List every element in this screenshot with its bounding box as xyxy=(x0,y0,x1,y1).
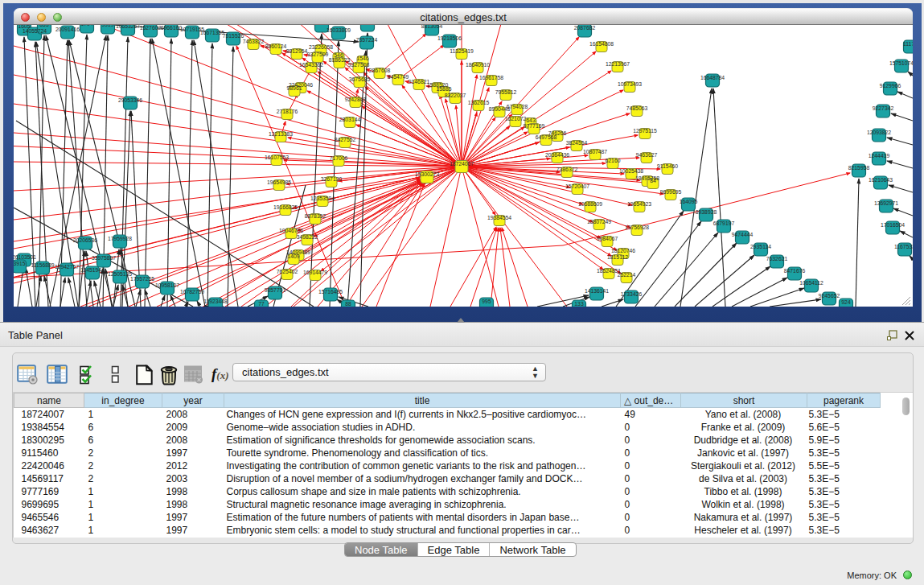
svg-text:6879197: 6879197 xyxy=(713,220,735,226)
svg-text:9699695: 9699695 xyxy=(660,189,682,195)
svg-text:1733426: 1733426 xyxy=(621,291,643,297)
svg-text:133: 133 xyxy=(574,301,584,307)
svg-text:8186323: 8186323 xyxy=(329,57,351,63)
svg-text:17957255: 17957255 xyxy=(130,276,154,282)
svg-text:10807487: 10807487 xyxy=(583,149,607,154)
svg-text:9245652: 9245652 xyxy=(819,293,840,299)
svg-text:9474444: 9474444 xyxy=(732,232,754,237)
svg-text:12975115: 12975115 xyxy=(633,128,657,134)
svg-text:7625402: 7625402 xyxy=(277,269,298,274)
svg-text:995: 995 xyxy=(482,299,491,304)
svg-text:19166825: 19166825 xyxy=(273,204,298,210)
svg-text:3915: 3915 xyxy=(14,261,26,266)
svg-text:12093822: 12093822 xyxy=(867,130,891,135)
svg-text:16543362: 16543362 xyxy=(299,62,323,68)
svg-text:252214: 252214 xyxy=(618,272,636,278)
svg-text:8938928: 8938928 xyxy=(696,209,717,215)
svg-text:11325419: 11325419 xyxy=(450,48,474,54)
svg-text:10025438: 10025438 xyxy=(619,168,643,174)
svg-text:12353594: 12353594 xyxy=(310,196,335,201)
svg-text:9857791: 9857791 xyxy=(265,287,286,293)
svg-text:1291: 1291 xyxy=(315,25,327,26)
svg-text:15751074: 15751074 xyxy=(889,60,913,66)
svg-text:9327509: 9327509 xyxy=(307,51,329,57)
svg-text:16671355: 16671355 xyxy=(200,30,224,35)
svg-text:15885: 15885 xyxy=(437,86,452,92)
svg-text:2803144: 2803144 xyxy=(339,117,361,122)
svg-text:13692971: 13692971 xyxy=(874,200,898,206)
svg-text:9777169: 9777169 xyxy=(524,123,545,129)
svg-text:12213967: 12213967 xyxy=(606,61,630,67)
svg-text:15300273: 15300273 xyxy=(415,171,439,177)
svg-text:1546: 1546 xyxy=(356,56,368,61)
svg-text:9919: 9919 xyxy=(101,25,113,27)
svg-text:18724007: 18724007 xyxy=(450,161,474,167)
svg-text:1409: 1409 xyxy=(287,253,299,259)
svg-text:16648784: 16648784 xyxy=(700,75,725,80)
svg-text:17016504: 17016504 xyxy=(881,222,905,228)
svg-text:8322037: 8322037 xyxy=(445,93,466,98)
svg-text:16154808: 16154808 xyxy=(589,41,614,47)
svg-text:19756928: 19756928 xyxy=(625,225,649,230)
svg-text:98961: 98961 xyxy=(287,85,302,91)
svg-text:19218506: 19218506 xyxy=(437,35,462,41)
svg-text:84: 84 xyxy=(650,178,656,183)
svg-text:9463627: 9463627 xyxy=(636,152,658,158)
svg-text:2867608: 2867608 xyxy=(369,68,391,73)
svg-text:8878352: 8878352 xyxy=(305,213,326,219)
svg-text:855: 855 xyxy=(39,25,49,27)
svg-text:1167533: 1167533 xyxy=(894,244,913,249)
svg-text:8813054: 8813054 xyxy=(421,25,443,29)
svg-text:62160: 62160 xyxy=(606,158,621,163)
svg-text:19654923: 19654923 xyxy=(627,201,651,207)
svg-text:16107553: 16107553 xyxy=(265,154,289,160)
svg-text:20364436: 20364436 xyxy=(545,152,569,158)
svg-text:17959928: 17959928 xyxy=(108,236,132,241)
svg-text:14055724: 14055724 xyxy=(23,28,47,34)
svg-text:924: 924 xyxy=(841,299,851,305)
svg-text:11923448: 11923448 xyxy=(203,299,228,304)
svg-text:1362615: 1362615 xyxy=(468,100,490,105)
svg-text:11171: 11171 xyxy=(903,41,913,47)
svg-text:20206536: 20206536 xyxy=(73,237,97,243)
svg-text:19654985: 19654985 xyxy=(267,179,291,185)
svg-text:9084067: 9084067 xyxy=(597,236,618,241)
svg-text:164095: 164095 xyxy=(680,199,698,204)
svg-text:1704: 1704 xyxy=(80,25,92,27)
svg-text:7955812: 7955812 xyxy=(495,89,517,95)
svg-text:7485063: 7485063 xyxy=(626,105,648,111)
svg-text:8912954: 8912954 xyxy=(286,48,308,54)
svg-text:15720407: 15720407 xyxy=(565,183,589,189)
svg-text:10958107: 10958107 xyxy=(155,282,179,288)
svg-text:16033809: 16033809 xyxy=(326,27,351,33)
svg-text:6966160: 6966160 xyxy=(161,25,183,31)
svg-text:12505135: 12505135 xyxy=(108,271,132,277)
svg-text:10654112: 10654112 xyxy=(799,280,823,286)
svg-text:8471676: 8471676 xyxy=(784,268,806,274)
svg-text:18640910: 18640910 xyxy=(466,62,490,68)
svg-text:8960124: 8960124 xyxy=(265,43,287,49)
svg-text:10046766: 10046766 xyxy=(279,228,303,233)
svg-text:10688609: 10688609 xyxy=(578,201,602,207)
svg-text:8215958: 8215958 xyxy=(848,165,870,171)
svg-text:6497568: 6497568 xyxy=(536,134,557,140)
svg-text:3675685: 3675685 xyxy=(349,76,371,82)
svg-text:20091416: 20091416 xyxy=(55,27,80,32)
svg-text:88: 88 xyxy=(345,301,351,307)
svg-text:1244419: 1244419 xyxy=(869,153,890,159)
svg-text:7357224: 7357224 xyxy=(356,37,378,43)
svg-text:3267130: 3267130 xyxy=(321,176,343,182)
svg-text:33975887: 33975887 xyxy=(92,255,116,261)
svg-text:11451944: 11451944 xyxy=(80,267,105,273)
svg-text:3498222: 3498222 xyxy=(297,234,318,240)
svg-text:1527602: 1527602 xyxy=(140,25,162,31)
svg-text:8427552: 8427552 xyxy=(335,137,356,142)
svg-text:26103501: 26103501 xyxy=(14,254,36,260)
svg-text:9115460: 9115460 xyxy=(657,163,678,169)
svg-text:14136141: 14136141 xyxy=(585,288,609,294)
svg-text:15716485: 15716485 xyxy=(318,289,343,295)
svg-text:7386372: 7386372 xyxy=(556,167,578,172)
svg-text:16210643: 16210643 xyxy=(869,177,893,183)
svg-text:23226058: 23226058 xyxy=(309,44,333,50)
svg-text:1621072: 1621072 xyxy=(505,116,527,122)
